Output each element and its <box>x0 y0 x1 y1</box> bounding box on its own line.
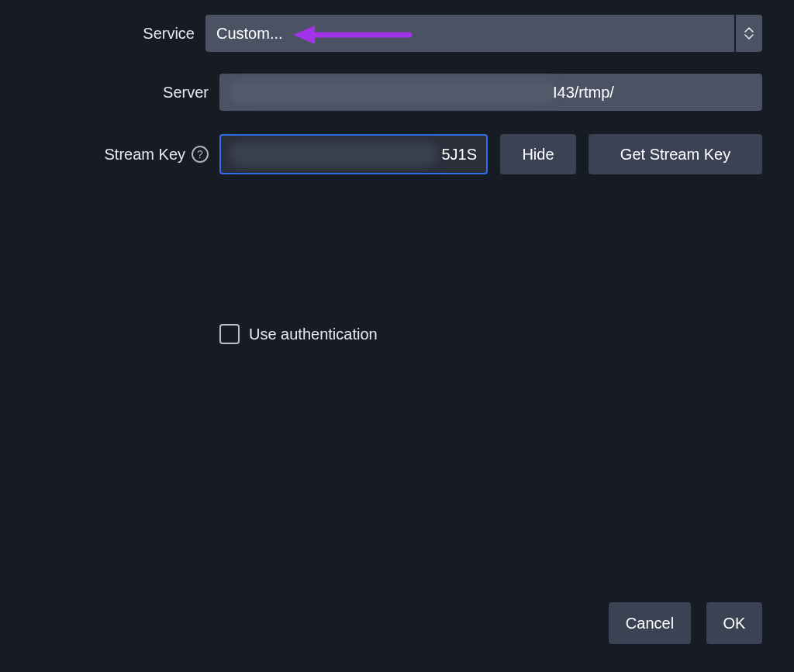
chevron-down-icon <box>744 34 754 40</box>
service-select[interactable]: Custom... <box>205 15 762 52</box>
ok-button[interactable]: OK <box>706 602 762 644</box>
help-icon[interactable]: ? <box>192 146 209 163</box>
service-select-value: Custom... <box>205 15 734 52</box>
hide-button[interactable]: Hide <box>500 134 576 174</box>
server-redacted-region <box>230 80 556 105</box>
stream-key-label: Stream Key <box>105 146 185 164</box>
service-select-stepper[interactable] <box>736 15 762 52</box>
stream-key-visible-text: 5J1S <box>441 146 477 164</box>
stream-key-row: Stream Key ? 5J1S Hide Get Stream Key <box>0 134 762 174</box>
server-row: Server I43/rtmp/ <box>0 74 762 111</box>
cancel-button[interactable]: Cancel <box>609 602 691 644</box>
server-label: Server <box>0 84 219 102</box>
server-input[interactable]: I43/rtmp/ <box>219 74 762 111</box>
service-row: Service Custom... <box>0 15 762 52</box>
use-authentication-checkbox[interactable] <box>219 324 240 344</box>
get-stream-key-button[interactable]: Get Stream Key <box>589 134 762 174</box>
use-authentication-row: Use authentication <box>219 324 378 344</box>
server-visible-text: I43/rtmp/ <box>553 84 614 102</box>
stream-key-input[interactable]: 5J1S <box>219 134 488 174</box>
stream-key-redacted-region <box>229 142 438 167</box>
service-label: Service <box>0 25 205 43</box>
use-authentication-label: Use authentication <box>249 326 378 343</box>
stream-settings-form: Service Custom... Server I43/rtmp/ Strea… <box>0 0 794 672</box>
dialog-footer: Cancel OK <box>609 602 762 644</box>
stream-key-label-group: Stream Key ? <box>0 146 219 164</box>
chevron-up-icon <box>744 27 754 33</box>
